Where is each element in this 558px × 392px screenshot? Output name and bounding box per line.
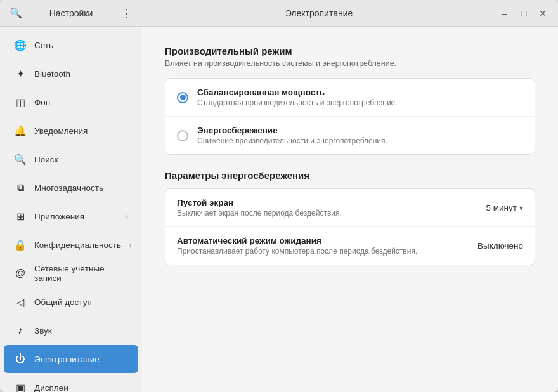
main-content: Производительный режим Влияет на произво… [142, 27, 558, 392]
performance-title: Производительный режим [165, 46, 535, 56]
main-title: Электропитание [285, 8, 353, 18]
dropdown-arrow-blank-screen: ▾ [519, 204, 523, 212]
settings-title: Настройки [30, 8, 112, 18]
savings-card: Пустой экранВыключает экран после период… [165, 188, 535, 265]
performance-desc: Влияет на производительность системы и э… [165, 59, 535, 68]
titlebar-left: 🔍 Настройки ⋮ [0, 4, 142, 23]
param-desc-auto-suspend: Приостанавливает работу компьютера после… [177, 247, 469, 256]
radio-circle-balanced [177, 92, 188, 103]
privacy-arrow-icon: › [129, 240, 132, 250]
sharing-icon: ◁ [14, 296, 27, 308]
menu-icon: ⋮ [120, 6, 132, 20]
savings-title: Параметры энергосбережения [165, 170, 535, 181]
sidebar-item-network[interactable]: 🌐Сеть [4, 31, 138, 59]
radio-text-saving: ЭнергосбережениеСнижение производительно… [197, 126, 387, 145]
radio-circle-saving [177, 130, 188, 141]
sidebar-item-apps[interactable]: ⊞Приложения› [4, 202, 138, 230]
multitasking-icon: ⧉ [14, 182, 27, 193]
sidebar-item-bluetooth[interactable]: ✦Bluetooth [4, 60, 138, 88]
param-title-auto-suspend: Автоматический режим ожидания [177, 236, 469, 245]
sidebar: 🌐Сеть✦Bluetooth◫Фон🔔Уведомления🔍Поиск⧉Мн… [0, 27, 142, 392]
window-controls: – □ ✕ [496, 4, 558, 22]
notifications-label: Уведомления [34, 126, 128, 136]
param-value-text-auto-suspend: Выключено [477, 241, 523, 251]
radio-desc-balanced: Стандартная производительность и энергоп… [197, 98, 398, 107]
sidebar-item-sound[interactable]: ♪Звук [4, 317, 138, 344]
param-text-auto-suspend: Автоматический режим ожиданияПриостанавл… [177, 236, 469, 256]
search-icon: 🔍 [10, 7, 22, 19]
apps-icon: ⊞ [14, 211, 27, 223]
menu-button[interactable]: ⋮ [117, 4, 136, 23]
sound-label: Звук [34, 326, 128, 336]
accounts-icon: @ [14, 268, 27, 279]
titlebar-center: Электропитание [142, 8, 496, 18]
displays-icon: ▣ [14, 382, 27, 393]
notifications-icon: 🔔 [14, 125, 27, 137]
sidebar-item-displays[interactable]: ▣Дисплеи [4, 374, 138, 392]
network-label: Сеть [34, 41, 128, 50]
radio-title-saving: Энергосбережение [197, 126, 387, 135]
sidebar-item-background[interactable]: ◫Фон [4, 88, 138, 116]
param-value-blank-screen[interactable]: 5 минут▾ [486, 203, 523, 212]
maximize-button[interactable]: □ [515, 4, 533, 22]
param-value-text-blank-screen: 5 минут [486, 203, 517, 212]
bluetooth-label: Bluetooth [34, 69, 128, 79]
sidebar-item-search[interactable]: 🔍Поиск [4, 145, 138, 173]
param-title-blank-screen: Пустой экран [177, 198, 477, 207]
savings-section: Параметры энергосбережения Пустой экранВ… [165, 170, 535, 265]
sidebar-item-power[interactable]: ⏻Электропитание [4, 345, 138, 373]
param-row-blank-screen[interactable]: Пустой экранВыключает экран после период… [165, 189, 535, 227]
search-button[interactable]: 🔍 [6, 4, 25, 23]
apps-arrow-icon: › [125, 211, 128, 221]
performance-section: Производительный режим Влияет на произво… [165, 46, 535, 155]
sidebar-item-sharing[interactable]: ◁Общий доступ [4, 288, 138, 316]
close-button[interactable]: ✕ [534, 4, 552, 22]
radio-text-balanced: Сбалансированная мощностьСтандартная про… [197, 88, 398, 107]
sharing-label: Общий доступ [34, 297, 128, 307]
background-icon: ◫ [14, 96, 27, 108]
minimize-button[interactable]: – [496, 4, 514, 22]
apps-label: Приложения [34, 212, 117, 221]
search-icon: 🔍 [14, 154, 27, 166]
network-icon: 🌐 [14, 39, 27, 51]
background-label: Фон [34, 98, 128, 107]
radio-title-balanced: Сбалансированная мощность [197, 88, 398, 97]
power-icon: ⏻ [14, 353, 27, 365]
content-area: 🌐Сеть✦Bluetooth◫Фон🔔Уведомления🔍Поиск⧉Мн… [0, 27, 558, 392]
power-label: Электропитание [34, 355, 128, 364]
privacy-icon: 🔒 [14, 239, 27, 251]
displays-label: Дисплеи [34, 383, 128, 393]
radio-option-balanced[interactable]: Сбалансированная мощностьСтандартная про… [165, 79, 535, 117]
sidebar-item-privacy[interactable]: 🔒Конфиденциальность› [4, 231, 138, 259]
param-text-blank-screen: Пустой экранВыключает экран после период… [177, 198, 477, 218]
sound-icon: ♪ [14, 325, 27, 336]
main-window: 🔍 Настройки ⋮ Электропитание – □ ✕ 🌐Сеть… [0, 0, 558, 392]
sidebar-item-accounts[interactable]: @Сетевые учётные записи [4, 259, 138, 287]
titlebar: 🔍 Настройки ⋮ Электропитание – □ ✕ [0, 0, 558, 27]
param-row-auto-suspend[interactable]: Автоматический режим ожиданияПриостанавл… [165, 227, 535, 265]
radio-desc-saving: Снижение производительности и энергопотр… [197, 136, 387, 145]
performance-card: Сбалансированная мощностьСтандартная про… [165, 78, 535, 155]
multitasking-label: Многозадачность [34, 183, 128, 193]
search-label: Поиск [34, 155, 128, 164]
param-value-auto-suspend[interactable]: Выключено [477, 241, 523, 251]
sidebar-item-multitasking[interactable]: ⧉Многозадачность [4, 174, 138, 202]
accounts-label: Сетевые учётные записи [34, 264, 128, 283]
radio-option-saving[interactable]: ЭнергосбережениеСнижение производительно… [165, 117, 535, 154]
bluetooth-icon: ✦ [14, 68, 27, 80]
param-desc-blank-screen: Выключает экран после периода бездействи… [177, 209, 477, 218]
sidebar-item-notifications[interactable]: 🔔Уведомления [4, 117, 138, 145]
privacy-label: Конфиденциальность [34, 240, 121, 250]
